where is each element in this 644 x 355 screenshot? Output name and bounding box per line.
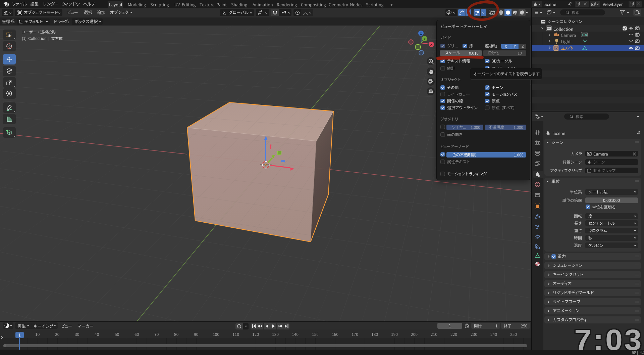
svg-text:X: X <box>430 43 433 46</box>
svg-text:Y: Y <box>424 37 426 41</box>
svg-text:Z: Z <box>420 32 422 35</box>
